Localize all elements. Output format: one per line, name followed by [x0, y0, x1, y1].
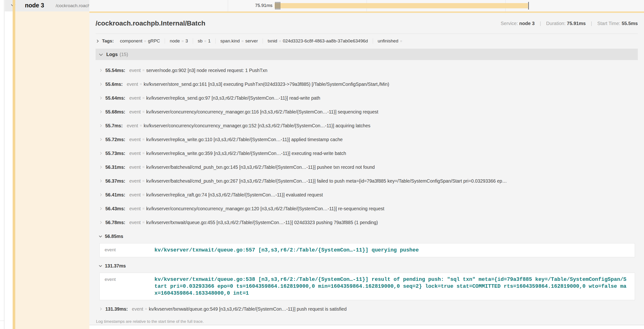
log-row[interactable]: 55.73ms: event = kv/kvserver/replica_wri… — [100, 146, 638, 160]
span-name-row[interactable]: node 3 /cockroach.roach… — [5, 0, 90, 12]
span-duration-bar[interactable] — [274, 3, 528, 8]
log-value-mono: kv/kvserver/txnwait/queue.go:538 [n3,s3,… — [154, 276, 635, 297]
tag-key: component — [120, 38, 142, 44]
log-value: kv/kvserver/store_send.go:161 [n3,s3] ex… — [144, 82, 389, 87]
log-field: event — [100, 276, 154, 297]
log-row[interactable]: 55.6ms: event = kv/kvserver/store_send.g… — [100, 77, 638, 91]
tag-key: node — [170, 38, 180, 44]
logs-section-header[interactable]: Logs (15) — [96, 49, 638, 60]
log-timestamp: 56.41ms: — [105, 192, 125, 198]
log-timestamp: 55.64ms: — [105, 95, 125, 101]
log-field: event — [129, 164, 140, 170]
span-meta: Service: node 3 | Duration: 75.91ms | St… — [501, 20, 638, 26]
log-row-expanded-header[interactable]: 56.85ms — [100, 229, 638, 243]
log-timestamp: 55.68ms: — [105, 109, 125, 115]
log-row[interactable]: 131.39ms: event = kv/kvserver/txnwait/qu… — [100, 302, 638, 316]
tag-value: gRPC — [148, 38, 160, 44]
tags-label: Tags: — [102, 38, 114, 44]
span-timeline-row[interactable]: 75.91ms — [90, 0, 644, 12]
log-value: kv/kvserver/batcheval/cmd_push_txn.go:14… — [146, 164, 375, 170]
tag: txnid=024d3323-6c8f-4863-aa8b-37ab0e6349… — [263, 38, 373, 44]
chevron-right-icon[interactable] — [100, 308, 102, 310]
tag-value: 024d3323-6c8f-4863-aa8b-37ab0e63496d — [283, 38, 368, 44]
chevron-right-icon[interactable] — [100, 96, 102, 99]
log-row[interactable]: 55.54ms: event = server/node.go:902 [n3]… — [100, 64, 638, 77]
equals-sign: = — [142, 68, 144, 72]
chevron-right-icon[interactable] — [100, 83, 102, 85]
log-timestamp: 131.37ms — [105, 263, 126, 269]
log-row[interactable]: 56.31ms: event = kv/kvserver/batcheval/c… — [100, 160, 638, 174]
log-tick — [280, 2, 280, 10]
log-tick — [276, 2, 276, 10]
tag: component=gRPC — [115, 38, 165, 44]
chevron-right-icon[interactable] — [100, 207, 102, 210]
log-timestamp: 55.73ms: — [105, 151, 125, 156]
start-time-label: Start Time: — [597, 21, 620, 26]
chevron-right-icon[interactable] — [100, 69, 102, 72]
service-value: node 3 — [519, 21, 534, 26]
log-row-expanded-header[interactable]: 131.37ms — [100, 259, 638, 273]
tag: node=3 — [165, 38, 193, 44]
log-row[interactable]: 55.72ms: event = kv/kvserver/replica_wri… — [100, 132, 638, 146]
chevron-right-icon[interactable] — [96, 40, 99, 43]
chevron-right-icon[interactable] — [100, 110, 102, 113]
chevron-down-icon[interactable] — [99, 52, 103, 56]
meta-separator: | — [591, 20, 592, 26]
chevron-right-icon[interactable] — [100, 180, 102, 182]
equals-sign: = — [400, 39, 402, 43]
log-field: event — [129, 95, 140, 101]
logs-footer-note: Log timestamps are relative to the start… — [96, 316, 638, 324]
log-value: kv/kvserver/concurrency/concurrency_mana… — [146, 109, 378, 115]
log-row[interactable]: 55.68ms: event = kv/kvserver/concurrency… — [100, 105, 638, 119]
meta-separator: | — [540, 20, 541, 26]
log-value-mono: kv/kvserver/txnwait/queue.go:557 [n3,s3,… — [154, 246, 635, 254]
equals-sign: = — [140, 124, 142, 128]
chevron-right-icon[interactable] — [100, 221, 102, 224]
tag: unfinished= — [373, 38, 409, 44]
log-detail-box: event kv/kvserver/txnwait/queue.go:538 [… — [100, 273, 635, 300]
log-value: kv/kvserver/replica_send.go:97 [n3,s3,r6… — [146, 95, 320, 101]
log-row[interactable]: 56.37ms: event = kv/kvserver/batcheval/c… — [100, 174, 638, 188]
log-value: kv/kvserver/replica_write.go:359 [n3,s3,… — [146, 151, 346, 156]
log-timestamp: 56.43ms: — [105, 206, 125, 212]
tag: sb=1 — [193, 38, 216, 44]
log-field: event — [127, 82, 138, 87]
chevron-right-icon[interactable] — [100, 138, 102, 141]
log-row[interactable]: 56.41ms: event = kv/kvserver/replica_raf… — [100, 188, 638, 202]
chevron-right-icon[interactable] — [100, 193, 102, 196]
log-row[interactable]: 56.43ms: event = kv/kvserver/concurrency… — [100, 202, 638, 216]
log-field: event — [129, 220, 140, 225]
tag-key: sb — [198, 38, 202, 44]
chevron-right-icon[interactable] — [100, 166, 102, 168]
log-row[interactable]: 55.7ms: event = kv/kvserver/concurrency/… — [100, 119, 638, 132]
chevron-right-icon[interactable] — [100, 152, 102, 154]
span-operation-name: /cockroach.roach… — [56, 3, 95, 8]
log-timestamp: 55.6ms: — [105, 82, 123, 87]
log-timestamp: 55.72ms: — [105, 137, 125, 142]
log-timestamp: 56.78ms: — [105, 220, 125, 225]
log-field: event — [129, 68, 140, 73]
start-time-value: 55.5ms — [622, 21, 638, 26]
log-field: event — [127, 123, 138, 128]
chevron-down-icon[interactable] — [99, 264, 102, 267]
span-service-name: node 3 — [25, 2, 44, 9]
equals-sign: = — [242, 39, 244, 43]
equals-sign: = — [279, 39, 281, 43]
equals-sign: = — [204, 39, 206, 43]
equals-sign: = — [142, 110, 144, 114]
log-field: event — [100, 246, 154, 254]
log-timestamp: 56.85ms — [105, 234, 123, 239]
log-tick — [275, 2, 276, 10]
log-value: kv/kvserver/txnwait/queue.go:455 [n3,s3,… — [146, 220, 378, 225]
tags-row[interactable]: Tags: component=gRPC node=3 sb=1 span.ki… — [96, 34, 638, 48]
span-color-strip — [13, 0, 15, 329]
log-row[interactable]: 55.64ms: event = kv/kvserver/replica_sen… — [100, 91, 638, 105]
log-timestamp: 56.31ms: — [105, 164, 125, 170]
tag: span.kind=server — [216, 38, 263, 44]
chevron-right-icon[interactable] — [100, 124, 102, 127]
chevron-down-icon[interactable] — [99, 234, 102, 238]
log-row[interactable]: 56.78ms: event = kv/kvserver/txnwait/que… — [100, 216, 638, 229]
equals-sign: = — [142, 220, 144, 224]
equals-sign: = — [182, 39, 184, 43]
log-detail-box: event kv/kvserver/txnwait/queue.go:557 [… — [100, 243, 635, 257]
